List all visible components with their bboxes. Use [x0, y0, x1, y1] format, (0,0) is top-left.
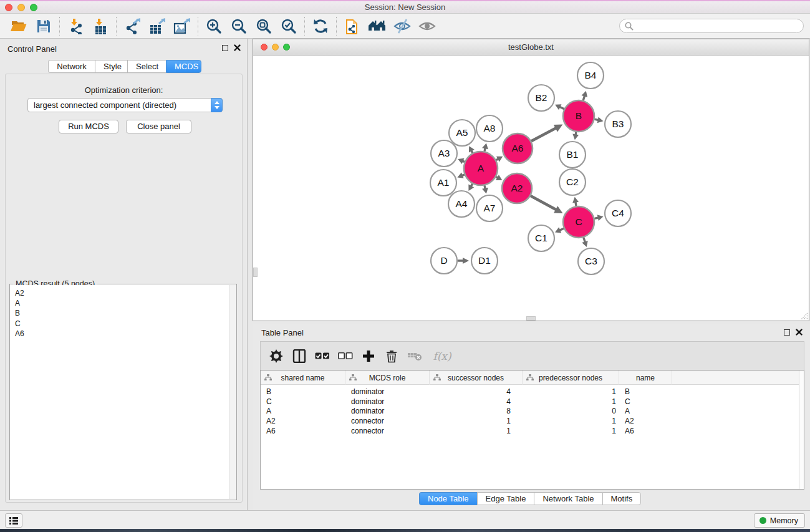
run-mcds-button[interactable]: Run MCDS — [59, 120, 118, 133]
cell-name[interactable]: A — [619, 407, 672, 415]
tab-select[interactable]: Select — [127, 60, 166, 73]
cell-MCDS-role[interactable]: connector — [345, 427, 430, 435]
table-row[interactable]: Bdominator41B — [261, 387, 804, 397]
graph-edge-A2-C[interactable] — [531, 196, 557, 210]
mcds-result-list[interactable]: A2ABCA6 — [11, 285, 236, 499]
cell-name[interactable]: A6 — [619, 427, 672, 435]
network-window-titlebar[interactable]: testGlobe.txt — [253, 39, 809, 56]
export-image-button[interactable] — [170, 16, 195, 36]
cell-successor-nodes[interactable]: 8 — [430, 407, 523, 415]
cell-name[interactable]: C — [619, 397, 672, 406]
apply-layout-button[interactable] — [308, 16, 333, 36]
add-column-button[interactable] — [359, 347, 378, 365]
new-network-from-selection-button[interactable] — [340, 16, 365, 36]
column-header-name[interactable]: name — [619, 370, 672, 385]
cell-MCDS-role[interactable]: dominator — [345, 407, 430, 415]
mcds-result-item[interactable]: A2 — [15, 288, 236, 298]
tab-network-table[interactable]: Network Table — [534, 492, 602, 505]
cell-MCDS-role[interactable]: dominator — [345, 397, 430, 406]
float-panel-icon[interactable] — [222, 45, 228, 51]
table-settings-button[interactable] — [267, 347, 286, 365]
canvas-scroll-nub[interactable] — [253, 268, 258, 277]
table-row[interactable]: A2connector11A2 — [261, 416, 804, 426]
float-panel-icon[interactable] — [784, 329, 790, 336]
tab-edge-table[interactable]: Edge Table — [477, 492, 534, 505]
cell-MCDS-role[interactable]: dominator — [345, 387, 430, 396]
resize-grip-icon[interactable] — [799, 311, 808, 320]
column-header-predecessor-nodes[interactable]: predecessor nodes — [523, 370, 619, 385]
delete-table-button[interactable] — [405, 347, 424, 365]
table-row[interactable]: Cdominator41C — [261, 397, 804, 407]
cell-shared-name[interactable]: A — [261, 407, 345, 415]
column-header-successor-nodes[interactable]: successor nodes — [430, 370, 523, 385]
cell-predecessor-nodes[interactable]: 0 — [523, 407, 619, 415]
zoom-window-button[interactable] — [30, 4, 37, 11]
cell-successor-nodes[interactable]: 4 — [430, 397, 523, 406]
close-network-button[interactable] — [261, 44, 268, 51]
cell-name[interactable]: A2 — [619, 417, 672, 425]
cell-name[interactable]: B — [619, 387, 672, 396]
zoom-network-button[interactable] — [283, 44, 290, 51]
close-panel-button[interactable]: Close panel — [126, 120, 191, 133]
zoom-in-button[interactable] — [201, 16, 226, 36]
cell-predecessor-nodes[interactable]: 1 — [523, 427, 619, 435]
save-session-button[interactable] — [31, 16, 56, 36]
cell-successor-nodes[interactable]: 1 — [430, 417, 523, 425]
graph-edge-A6-B[interactable] — [532, 128, 557, 141]
cell-MCDS-role[interactable]: connector — [345, 417, 430, 425]
search-field[interactable] — [619, 19, 804, 33]
minimize-network-button[interactable] — [272, 44, 279, 51]
mcds-result-item[interactable]: A6 — [15, 329, 236, 339]
function-builder-button[interactable]: f(x) — [428, 347, 456, 365]
column-header-shared-name[interactable]: shared name — [261, 370, 345, 385]
import-table-button[interactable] — [88, 16, 113, 36]
cell-shared-name[interactable]: A2 — [261, 417, 345, 425]
tab-mcds[interactable]: MCDS — [166, 60, 201, 73]
cell-successor-nodes[interactable]: 1 — [430, 427, 523, 435]
cell-shared-name[interactable]: B — [261, 387, 345, 396]
mcds-result-scrollbar[interactable] — [229, 285, 236, 499]
select-all-rows-button[interactable] — [313, 347, 332, 365]
cell-predecessor-nodes[interactable]: 1 — [523, 387, 619, 396]
column-header-MCDS-role[interactable]: MCDS role — [345, 370, 430, 385]
show-all-networks-button[interactable] — [365, 16, 390, 36]
minimize-window-button[interactable] — [17, 4, 25, 11]
tab-style[interactable]: Style — [95, 60, 127, 73]
zoom-selected-button[interactable] — [276, 16, 301, 36]
network-graph[interactable]: B4B2BB3A8A5A6A3B1AC2A1A2A4A7C4CC1C3DD1 — [253, 56, 809, 321]
table-scrollbar[interactable] — [799, 370, 804, 489]
import-network-button[interactable] — [63, 16, 88, 36]
deselect-all-rows-button[interactable] — [336, 347, 355, 365]
tab-node-table[interactable]: Node Table — [419, 492, 477, 505]
mcds-result-item[interactable]: C — [15, 319, 236, 329]
cell-successor-nodes[interactable]: 4 — [430, 387, 523, 396]
zoom-out-button[interactable] — [226, 16, 251, 36]
table-row[interactable]: Adominator80A — [261, 407, 804, 417]
mcds-result-item[interactable]: B — [15, 308, 236, 318]
show-hidden-button[interactable] — [415, 16, 440, 36]
memory-button[interactable]: Memory — [754, 513, 805, 528]
optimization-criterion-select[interactable]: largest connected component (directed) — [27, 98, 223, 112]
cell-shared-name[interactable]: A6 — [261, 427, 345, 435]
export-table-button[interactable] — [145, 16, 170, 36]
cell-predecessor-nodes[interactable]: 1 — [523, 417, 619, 425]
cell-predecessor-nodes[interactable]: 1 — [523, 397, 619, 406]
tab-motifs[interactable]: Motifs — [602, 492, 642, 505]
search-input[interactable] — [637, 21, 803, 31]
mcds-result-item[interactable]: A — [15, 298, 236, 308]
status-list-button[interactable] — [5, 513, 22, 528]
zoom-fit-button[interactable] — [251, 16, 276, 36]
export-network-button[interactable] — [120, 16, 145, 36]
open-session-button[interactable] — [6, 16, 31, 36]
close-window-button[interactable] — [5, 4, 12, 11]
close-panel-icon[interactable] — [796, 329, 803, 336]
column-visibility-button[interactable] — [290, 347, 309, 365]
tab-network[interactable]: Network — [48, 60, 95, 73]
delete-column-button[interactable] — [382, 347, 401, 365]
hide-selected-button[interactable] — [390, 16, 415, 36]
network-canvas[interactable]: B4B2BB3A8A5A6A3B1AC2A1A2A4A7C4CC1C3DD1 — [253, 56, 809, 321]
canvas-scroll-nub[interactable] — [526, 316, 536, 321]
cell-shared-name[interactable]: C — [261, 397, 345, 406]
close-panel-icon[interactable] — [234, 44, 241, 51]
table-row[interactable]: A6connector11A6 — [261, 426, 804, 436]
